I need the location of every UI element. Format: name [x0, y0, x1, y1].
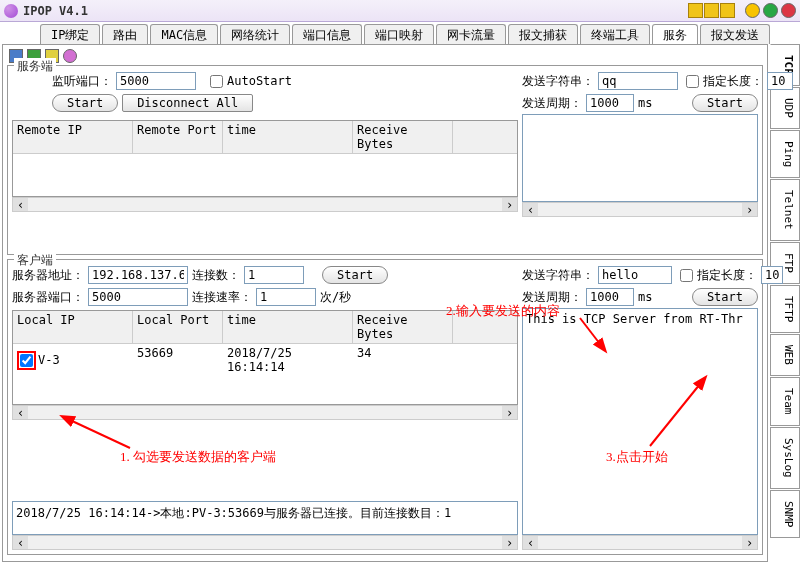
client-sendstr-input[interactable]	[598, 266, 672, 284]
server-sendstr-label: 发送字符串：	[522, 73, 594, 90]
client-fixedlen-label: 指定长度：	[697, 267, 757, 284]
client-table-row[interactable]: V-3 53669 2018/7/25 16:14:14 34	[13, 344, 517, 376]
autostart-checkbox[interactable]	[210, 75, 223, 88]
side-tabs: TCPUDPPingTelnetFTPTFTPWEBTeamSysLogSNMP	[770, 44, 800, 564]
main-tab-3[interactable]: 网络统计	[220, 24, 290, 44]
main-tab-2[interactable]: MAC信息	[150, 24, 218, 44]
svr-port-input[interactable]	[88, 288, 188, 306]
conn-rate-label: 连接速率：	[192, 289, 252, 306]
conn-rate-input[interactable]	[256, 288, 316, 306]
server-start-button[interactable]: Start	[52, 94, 118, 112]
client-col-local-port: Local Port	[133, 311, 223, 343]
client-fixedlen-input[interactable]	[761, 266, 783, 284]
title-bar: IPOP V4.1	[0, 0, 800, 22]
server-send-start-button[interactable]: Start	[692, 94, 758, 112]
side-tab-snmp[interactable]: SNMP	[770, 490, 800, 539]
server-col-remote-port: Remote Port	[133, 121, 223, 153]
client-row-ip: V-3	[38, 353, 60, 367]
side-tab-ping[interactable]: Ping	[770, 130, 800, 179]
main-tab-6[interactable]: 网卡流量	[436, 24, 506, 44]
main-tab-5[interactable]: 端口映射	[364, 24, 434, 44]
titlebar-tools	[688, 3, 735, 18]
server-output[interactable]	[522, 114, 758, 202]
client-row-checkbox[interactable]	[20, 354, 33, 367]
svr-addr-label: 服务器地址：	[12, 267, 84, 284]
server-col-receive-bytes: Receive Bytes	[353, 121, 453, 153]
conn-cnt-label: 连接数：	[192, 267, 240, 284]
client-table: Local IP Local Port time Receive Bytes V…	[12, 310, 518, 405]
side-tab-team[interactable]: Team	[770, 377, 800, 426]
server-fixedlen-input[interactable]	[767, 72, 793, 90]
autostart-label: AutoStart	[227, 74, 292, 88]
server-out-scroll[interactable]: ‹›	[522, 202, 758, 217]
client-start-button[interactable]: Start	[322, 266, 388, 284]
main-tabs: IP绑定路由MAC信息网络统计端口信息端口映射网卡流量报文捕获终端工具服务报文发…	[0, 22, 800, 44]
main-tab-7[interactable]: 报文捕获	[508, 24, 578, 44]
client-col-local-ip: Local IP	[13, 311, 133, 343]
rate-unit-label: 次/秒	[320, 289, 351, 306]
server-group: 服务端 监听端口： AutoStart Start Disconnect All	[7, 65, 763, 255]
client-period-label: 发送周期：	[522, 289, 582, 306]
close-button[interactable]	[781, 3, 796, 18]
app-title: IPOP V4.1	[23, 4, 88, 18]
side-tab-syslog[interactable]: SysLog	[770, 427, 800, 489]
server-group-title: 服务端	[14, 58, 56, 75]
client-col-receive-bytes: Receive Bytes	[353, 311, 453, 343]
client-sendstr-label: 发送字符串：	[522, 267, 594, 284]
client-row-bytes: 34	[353, 344, 453, 376]
server-scroll[interactable]: ‹›	[12, 197, 518, 212]
main-tab-0[interactable]: IP绑定	[40, 24, 100, 44]
client-scroll[interactable]: ‹›	[12, 405, 518, 420]
app-icon	[4, 4, 18, 18]
side-tab-udp[interactable]: UDP	[770, 87, 800, 129]
listen-port-input[interactable]	[116, 72, 196, 90]
server-period-label: 发送周期：	[522, 95, 582, 112]
svr-addr-input[interactable]	[88, 266, 188, 284]
main-tab-9[interactable]: 服务	[652, 24, 698, 44]
toolbar-icon-4[interactable]	[63, 49, 77, 63]
client-group-title: 客户端	[14, 252, 56, 269]
client-row-port: 53669	[133, 344, 223, 376]
disconnect-all-button[interactable]: Disconnect All	[122, 94, 253, 112]
client-fixedlen-checkbox[interactable]	[680, 269, 693, 282]
client-log-scroll[interactable]: ‹›	[12, 535, 518, 550]
client-period-input[interactable]	[586, 288, 634, 306]
side-tab-tftp[interactable]: TFTP	[770, 285, 800, 334]
main-tab-1[interactable]: 路由	[102, 24, 148, 44]
server-fixedlen-label: 指定长度：	[703, 73, 763, 90]
client-output[interactable]: This is TCP Server from RT-Thr	[522, 308, 758, 535]
conn-cnt-input[interactable]	[244, 266, 304, 284]
minimize-button[interactable]	[745, 3, 760, 18]
server-col-remote-ip: Remote IP	[13, 121, 133, 153]
client-send-start-button[interactable]: Start	[692, 288, 758, 306]
client-col-time: time	[223, 311, 353, 343]
side-tab-telnet[interactable]: Telnet	[770, 179, 800, 241]
client-row-time: 2018/7/25 16:14:14	[223, 344, 353, 376]
client-group: 客户端 服务器地址： 连接数： Start 服务器端口： 连接速率： 次/秒	[7, 259, 763, 555]
server-sendstr-input[interactable]	[598, 72, 678, 90]
tool-icon-1[interactable]	[688, 3, 703, 18]
tool-icon-3[interactable]	[720, 3, 735, 18]
content-panel: 服务端 监听端口： AutoStart Start Disconnect All	[2, 44, 768, 562]
server-ms-label: ms	[638, 96, 652, 110]
client-out-scroll[interactable]: ‹›	[522, 535, 758, 550]
server-table: Remote IP Remote Port time Receive Bytes	[12, 120, 518, 197]
main-tab-4[interactable]: 端口信息	[292, 24, 362, 44]
client-log[interactable]: 2018/7/25 16:14:14->本地:PV-3:53669与服务器已连接…	[12, 501, 518, 535]
maximize-button[interactable]	[763, 3, 778, 18]
svr-port-label: 服务器端口：	[12, 289, 84, 306]
server-col-time: time	[223, 121, 353, 153]
server-period-input[interactable]	[586, 94, 634, 112]
listen-port-label: 监听端口：	[52, 73, 112, 90]
side-tab-web[interactable]: WEB	[770, 334, 800, 376]
server-table-body[interactable]	[13, 154, 517, 196]
main-tab-10[interactable]: 报文发送	[700, 24, 770, 44]
server-fixedlen-checkbox[interactable]	[686, 75, 699, 88]
main-tab-8[interactable]: 终端工具	[580, 24, 650, 44]
icon-toolbar	[5, 47, 765, 65]
tool-icon-2[interactable]	[704, 3, 719, 18]
client-ms-label: ms	[638, 290, 652, 304]
